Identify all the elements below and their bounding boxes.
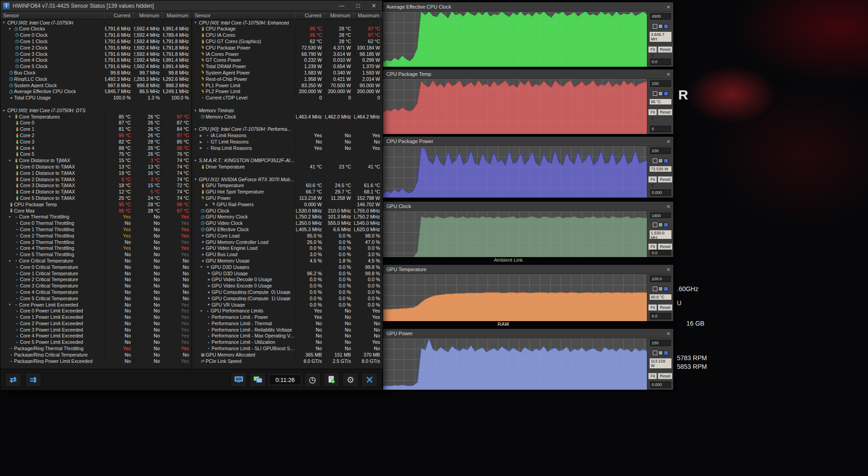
sensor-row[interactable]: Ring/LLC Clock 3,492.3 MHz 2,293.3 MHz 4… xyxy=(0,76,192,82)
sensor-row[interactable]: Core 3 Clock 3,791.6 MHz 2,592.4 MHz 4,7… xyxy=(0,51,192,57)
monitor-button[interactable] xyxy=(231,372,247,387)
expand-collapse-icon[interactable] xyxy=(194,128,199,131)
sensor-row[interactable]: CPU [#0]: Intel Core i7-10750H xyxy=(0,20,192,26)
graph-scale-min-field[interactable]: 0 xyxy=(650,126,671,132)
graph-close-icon[interactable] xyxy=(666,267,670,273)
sensor-row[interactable]: PL2 Power Limit 200.000 W 200.000 W 200.… xyxy=(192,89,383,95)
expand-collapse-icon[interactable] xyxy=(8,27,13,30)
swap-columns-button[interactable] xyxy=(5,372,21,387)
header-sensor[interactable]: Sensor xyxy=(0,11,104,19)
sensor-row[interactable]: Core 0 Critical Temperature No No No xyxy=(0,264,192,270)
graph-titlebar[interactable]: GPU Power xyxy=(383,329,673,338)
sensor-row[interactable]: GPU Hot Spot Temperature 66.7 °C 29.7 °C… xyxy=(192,189,383,195)
sensor-row[interactable]: Core 2 95 °C 26 °C 97 °C xyxy=(0,132,192,139)
sensor-row[interactable]: GPU Memory Usage 4.5 % 1.8 % 4.5 % xyxy=(192,258,383,264)
report-button[interactable] xyxy=(323,372,340,387)
graph-titlebar[interactable]: CPU Package Power xyxy=(383,137,673,146)
sensor-row[interactable]: S.M.A.R.T.: KINGSTON OM8PCP3512F-AI1... xyxy=(192,158,383,164)
sensor-row[interactable]: Core 2 Power Limit Exceeded No No Yes xyxy=(0,320,192,327)
graph-scale-max-field[interactable]: 100 xyxy=(650,148,671,154)
sensor-row[interactable]: GPU Power 113.218 W 11.258 W 152.798 W xyxy=(192,195,383,201)
clock-button[interactable] xyxy=(304,372,321,387)
graph-close-icon[interactable] xyxy=(666,139,670,144)
expand-collapse-icon[interactable] xyxy=(200,309,205,312)
window-titlebar[interactable]: HWiNFO64 v7.01-4425 Sensor Status [139 v… xyxy=(0,0,382,11)
graph-titlebar[interactable]: GPU Clock xyxy=(383,202,673,211)
sensor-row[interactable]: System Agent Power 1.583 W 0.340 W 1.593… xyxy=(192,69,383,76)
maximize-button[interactable] xyxy=(356,3,360,9)
graph-line-color-swatch[interactable] xyxy=(664,351,668,355)
sensor-row[interactable]: Core 1 Distance to TjMAX 19 °C 16 °C 74 … xyxy=(0,170,192,176)
sensor-row[interactable]: Core 4 Distance to TjMAX 12 °C 5 °C 74 °… xyxy=(0,189,192,195)
fit-y-button[interactable]: Fit y xyxy=(648,243,657,250)
expand-collapse-icon[interactable] xyxy=(2,109,7,112)
sensor-row[interactable]: Core 5 Clock 3,791.6 MHz 2,592.4 MHz 4,9… xyxy=(0,64,192,70)
header-minimum[interactable]: Minimum xyxy=(133,11,163,19)
graph-scale-min-field[interactable]: 0.000 xyxy=(650,382,671,388)
graph-scale-max-field[interactable]: 100 xyxy=(650,80,671,87)
sensor-row[interactable]: Core Critical Temperature No No No xyxy=(0,258,192,264)
fit-y-button[interactable]: Fit y xyxy=(648,176,657,183)
sensor-row[interactable]: Core 3 Critical Temperature No No No xyxy=(0,283,192,289)
graph-close-icon[interactable] xyxy=(666,71,670,77)
sensor-row[interactable]: GPU [#1]: NVIDIA GeForce RTX 3070 Mobile… xyxy=(192,176,383,183)
graph-close-icon[interactable] xyxy=(666,4,670,10)
reset-button[interactable]: Reset xyxy=(658,304,672,311)
graph-background-color-swatch[interactable] xyxy=(658,351,663,355)
sensor-row[interactable]: GPU Core Load 95.0 % 0.0 % 98.0 % xyxy=(192,233,383,239)
fit-y-button[interactable]: Fit y xyxy=(648,373,657,379)
sensor-row[interactable]: GPU Rail Powers 0.000 W 146.702 W xyxy=(192,201,383,208)
expand-collapse-icon[interactable] xyxy=(8,215,13,218)
minimize-button[interactable] xyxy=(339,3,345,9)
sensor-row[interactable]: Core Clocks 3,791.6 MHz 2,592.4 MHz 4,99… xyxy=(0,26,192,32)
sensor-row[interactable]: GPU Bus Load 3.0 % 0.0 % 3.0 % xyxy=(192,251,383,258)
sensor-row[interactable]: Performance Limit - Thermal No No No xyxy=(192,320,383,327)
sensor-row[interactable]: Core 2 Critical Temperature No No No xyxy=(0,277,192,283)
sensor-row[interactable]: GT Limit Reasons No No No xyxy=(192,139,383,145)
sensor-row[interactable]: Core 4 Clock 3,791.6 MHz 2,592.4 MHz 4,9… xyxy=(0,57,192,64)
graph-close-icon[interactable] xyxy=(666,203,670,209)
sensor-row[interactable]: Average Effective CPU Clock 3,845.7 MHz … xyxy=(0,89,192,95)
sensor-row[interactable]: Ring Limit Reasons Yes No Yes xyxy=(192,145,383,151)
header-minimum[interactable]: Minimum xyxy=(325,11,354,19)
graph-checkbox[interactable] xyxy=(653,287,657,291)
sensor-row[interactable]: Package/Ring Power Limit Exceeded No No … xyxy=(0,358,192,364)
sensor-row[interactable]: GPU Memory Clock 1,750.2 MHz 101.3 MHz 1… xyxy=(192,214,383,220)
sensor-row[interactable]: Performance Limit - Utilization No No Ye… xyxy=(192,339,383,346)
expand-collapse-icon[interactable] xyxy=(2,21,7,24)
graph-checkbox[interactable] xyxy=(653,24,657,29)
sensor-row[interactable]: GPU Video Decode 0 Usage 0.0 % 0.0 % 0.0… xyxy=(192,277,383,283)
sensor-row[interactable]: CPU Package Power 72.530 W 4.371 W 100.1… xyxy=(192,45,383,51)
header-sensor[interactable]: Sensor xyxy=(192,11,296,19)
exit-button[interactable] xyxy=(361,372,378,387)
expand-collapse-icon[interactable] xyxy=(194,21,199,24)
header-current[interactable]: Current xyxy=(104,11,133,19)
graph-titlebar[interactable]: CPU Package Temp xyxy=(383,69,673,79)
settings-button[interactable] xyxy=(342,372,359,387)
graph-line-color-swatch[interactable] xyxy=(664,159,668,163)
sensor-row[interactable]: Core Distance to TjMAX 15 °C 3 °C 74 °C xyxy=(0,158,192,164)
expand-collapse-icon[interactable] xyxy=(194,109,199,112)
sensor-row[interactable]: CPU [#0]: Intel Core i7-10750H: DTS xyxy=(0,107,192,114)
sensor-row[interactable]: Current cTDP Level 0 0 0 xyxy=(192,95,383,101)
sensor-row[interactable]: GT Cores Power 0.232 W 0.010 W 0.299 W xyxy=(192,57,383,64)
reset-button[interactable]: Reset xyxy=(658,243,672,250)
sensor-row[interactable]: Bus Clock 99.8 MHz 99.7 MHz 99.8 MHz xyxy=(0,69,192,76)
graph-background-color-swatch[interactable] xyxy=(658,91,663,96)
sensor-row[interactable]: Rest-of-Chip Power 1.958 W 0.421 W 2.014… xyxy=(192,76,383,82)
graph-scale-max-field[interactable]: 100.0 xyxy=(650,276,671,282)
sensor-row[interactable]: Core 0 Thermal Throttling No No Yes xyxy=(0,220,192,227)
sensor-row[interactable]: CPU Package 95 °C 28 °C 97 °C xyxy=(192,26,383,32)
sensor-row[interactable]: Core 3 82 °C 28 °C 85 °C xyxy=(0,139,192,145)
graph-titlebar[interactable]: Average Effective CPU Clock xyxy=(383,2,673,12)
move-values-button[interactable] xyxy=(25,372,41,387)
sensor-row[interactable]: GPU VR Usage 0.0 % 0.0 % 0.0 % xyxy=(192,302,383,308)
graph-line-color-swatch[interactable] xyxy=(664,24,668,29)
header-current[interactable]: Current xyxy=(296,11,325,19)
graph-checkbox[interactable] xyxy=(653,351,657,355)
expand-collapse-icon[interactable] xyxy=(8,259,13,263)
graph-line-color-swatch[interactable] xyxy=(664,287,668,291)
sensor-row[interactable]: Core 1 Thermal Throttling Yes No Yes xyxy=(0,226,192,233)
sensor-row[interactable]: Core 5 75 °C 26 °C 76 °C xyxy=(0,151,192,158)
expand-collapse-icon[interactable] xyxy=(8,115,13,118)
